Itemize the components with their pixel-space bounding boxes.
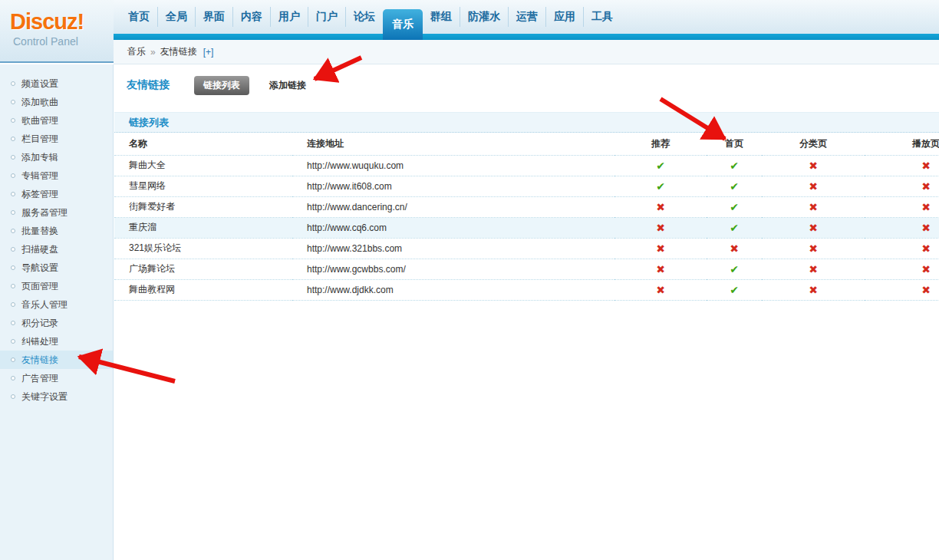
top-nav-item-用户[interactable]: 用户	[270, 7, 308, 27]
sidebar-item[interactable]: 积分记录	[0, 314, 113, 332]
sidebar-item[interactable]: 栏目管理	[0, 130, 113, 148]
cross-icon: ✖	[730, 242, 739, 255]
table-row: 广场舞论坛 http://www.gcwbbs.com/ ✖ ✔ ✖ ✖	[114, 259, 939, 279]
sidebar-item[interactable]: 扫描硬盘	[0, 240, 113, 259]
top-nav-item-运营[interactable]: 运营	[508, 7, 545, 27]
top-nav-item-论坛[interactable]: 论坛	[345, 7, 383, 27]
bullet-icon	[11, 137, 15, 141]
sidebar-item-label: 积分记录	[21, 317, 58, 330]
link-url: http://www.cq6.com	[292, 217, 614, 238]
top-nav-item-内容[interactable]: 内容	[232, 7, 270, 27]
top-nav-item-应用[interactable]: 应用	[545, 7, 583, 27]
sidebar-item-label: 广告管理	[21, 372, 58, 385]
sidebar-item-label: 关键字设置	[21, 390, 68, 404]
cross-icon: ✖	[921, 222, 931, 234]
bullet-icon	[11, 118, 15, 123]
flag-recommend: ✖	[614, 259, 707, 279]
cross-icon: ✖	[656, 263, 665, 275]
bullet-icon	[11, 339, 15, 344]
flag-recommend: ✔	[614, 155, 707, 176]
table-row: 重庆溜 http://www.cq6.com ✖ ✔ ✖ ✖	[114, 217, 939, 238]
flag-play: ✖	[865, 259, 939, 279]
link-url: http://www.321bbs.com	[292, 238, 614, 259]
sidebar-item-label: 专辑管理	[21, 170, 58, 183]
bullet-icon	[11, 100, 15, 104]
sidebar-item[interactable]: 服务器管理	[0, 203, 113, 222]
sidebar-item-label: 添加专辑	[21, 151, 58, 164]
sidebar-item[interactable]: 添加歌曲	[0, 93, 113, 111]
page-tab[interactable]: 链接列表	[194, 76, 249, 95]
top-nav-item-群组[interactable]: 群组	[423, 7, 460, 27]
sidebar-item[interactable]: 添加专辑	[0, 148, 113, 166]
link-name: 重庆溜	[114, 217, 292, 238]
links-table: 名称连接地址推荐首页分类页播放页 舞曲大全 http://www.wuquku.…	[114, 133, 939, 301]
cross-icon: ✖	[656, 201, 665, 213]
link-name: 街舞爱好者	[114, 196, 292, 217]
sidebar-item[interactable]: 纠错处理	[0, 332, 113, 351]
sidebar-item[interactable]: 音乐人管理	[0, 295, 113, 314]
top-nav-item-工具[interactable]: 工具	[583, 7, 621, 27]
link-url: http://www.wuquku.com	[292, 155, 614, 176]
sidebar-item[interactable]: 友情链接	[0, 351, 113, 369]
bullet-icon	[11, 394, 15, 399]
bullet-icon	[11, 284, 15, 288]
sidebar-item[interactable]: 页面管理	[0, 277, 113, 295]
top-nav-item-界面[interactable]: 界面	[195, 7, 232, 27]
top-nav-item-防灌水[interactable]: 防灌水	[460, 7, 508, 27]
sidebar-item[interactable]: 标签管理	[0, 185, 113, 203]
flag-home: ✔	[707, 176, 762, 196]
check-icon: ✔	[730, 284, 739, 296]
bullet-icon	[11, 229, 15, 233]
top-nav-item-label: 论坛	[354, 10, 375, 24]
sidebar-item[interactable]: 广告管理	[0, 369, 113, 387]
sidebar-item[interactable]: 歌曲管理	[0, 111, 113, 130]
cross-icon: ✖	[809, 263, 818, 275]
table-row: 舞曲大全 http://www.wuquku.com ✔ ✔ ✖ ✖	[114, 155, 939, 176]
sidebar-item[interactable]: 关键字设置	[0, 387, 113, 406]
flag-play: ✖	[865, 238, 939, 259]
cross-icon: ✖	[809, 242, 818, 255]
sidebar-item-label: 添加歌曲	[21, 96, 58, 109]
sidebar-item[interactable]: 批量替换	[0, 222, 113, 240]
section-title: 链接列表	[129, 116, 169, 130]
flag-home: ✔	[707, 196, 762, 217]
bullet-icon	[11, 302, 15, 307]
top-nav-item-首页[interactable]: 首页	[120, 7, 157, 27]
table-row: 321娱乐论坛 http://www.321bbs.com ✖ ✖ ✖ ✖	[114, 238, 939, 259]
flag-category: ✖	[762, 196, 865, 217]
flag-play: ✖	[865, 217, 939, 238]
check-icon: ✔	[730, 201, 739, 213]
top-nav-item-label: 音乐	[392, 18, 413, 31]
sidebar-item-label: 扫描硬盘	[21, 243, 58, 256]
breadcrumb-section[interactable]: 音乐	[127, 45, 146, 58]
check-icon: ✔	[656, 160, 665, 172]
sidebar-item-label: 标签管理	[21, 188, 58, 201]
sidebar-item[interactable]: 导航设置	[0, 259, 113, 277]
breadcrumb-page[interactable]: 友情链接	[160, 45, 197, 58]
page-tab[interactable]: 添加链接	[260, 76, 315, 95]
sidebar-item[interactable]: 频道设置	[0, 74, 113, 93]
top-nav-item-全局[interactable]: 全局	[157, 7, 195, 27]
section-header: 链接列表	[114, 112, 939, 133]
bullet-icon	[11, 247, 15, 252]
flag-play: ✖	[865, 196, 939, 217]
sidebar-item-label: 音乐人管理	[21, 298, 68, 311]
link-name: 彗星网络	[114, 176, 292, 196]
top-nav-item-音乐[interactable]: 音乐	[383, 9, 423, 40]
cross-icon: ✖	[809, 222, 818, 234]
sidebar-item-label: 导航设置	[21, 262, 58, 275]
link-url: http://www.djdkk.com	[292, 279, 614, 300]
top-nav-item-label: 内容	[241, 10, 262, 24]
sidebar-item[interactable]: 专辑管理	[0, 166, 113, 185]
top-nav-item-门户[interactable]: 门户	[308, 7, 345, 27]
cross-icon: ✖	[921, 201, 931, 213]
sidebar-menu: 频道设置 添加歌曲 歌曲管理 栏目管理 添加专辑 专辑管理 标签管理 服务器管理…	[0, 64, 114, 560]
sidebar-item-label: 栏目管理	[21, 133, 58, 146]
column-header: 推荐	[614, 133, 707, 155]
column-header: 分类页	[762, 133, 865, 155]
main-content: 友情链接 链接列表添加链接 链接列表 名称连接地址推荐首页分类页播放页 舞曲大全…	[114, 64, 939, 560]
sidebar-item-label: 批量替换	[21, 225, 58, 238]
breadcrumb-separator: »	[150, 47, 156, 58]
breadcrumb-expand-button[interactable]: [+]	[203, 47, 214, 58]
check-icon: ✔	[656, 180, 665, 193]
